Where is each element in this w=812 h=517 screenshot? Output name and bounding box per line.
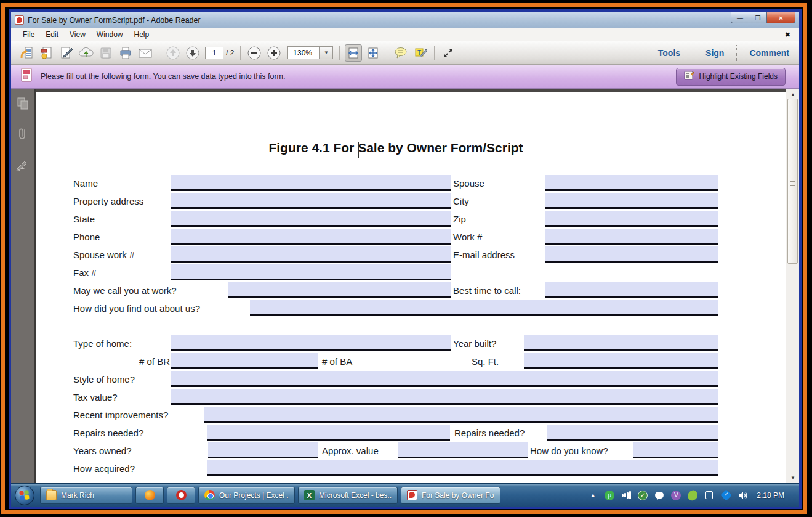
taskbar-item-firefox[interactable] (135, 487, 164, 504)
next-page-icon[interactable] (185, 45, 201, 61)
taskbar-item-excel[interactable]: X Microsoft Excel - bes... (298, 487, 398, 504)
fullscreen-icon[interactable] (440, 44, 457, 62)
minimize-button[interactable]: — (731, 12, 749, 23)
property-address-field[interactable] (171, 193, 451, 209)
approx-value-field[interactable] (398, 442, 528, 458)
scroll-down-icon[interactable]: ▼ (786, 472, 800, 483)
zip-label: Zip (453, 211, 466, 227)
repairs-needed-field[interactable] (207, 425, 450, 441)
open-file-icon[interactable] (19, 45, 35, 61)
form-document-icon (20, 67, 33, 86)
fit-width-button[interactable] (345, 44, 362, 62)
recent-improvements-field[interactable] (204, 407, 718, 423)
close-document-icon[interactable]: ✖ (785, 31, 793, 39)
previous-page-icon[interactable] (165, 45, 181, 61)
dropbox-icon[interactable] (721, 491, 731, 500)
navigation-sidebar (11, 89, 36, 483)
work-number-label: Work # (453, 229, 482, 245)
utorrent-icon[interactable]: µ (605, 491, 614, 500)
window-controls: — ❐ ✕ (731, 12, 795, 23)
attachments-paperclip-icon[interactable] (15, 127, 30, 142)
tax-value-field[interactable] (171, 389, 718, 405)
taskbar-item-adobe-reader[interactable]: For Sale by Owner Fo... (401, 487, 500, 504)
plugin-plug-icon[interactable] (704, 491, 714, 500)
how-acquired-field[interactable] (207, 460, 718, 476)
zip-field[interactable] (545, 211, 718, 227)
zoom-level-value[interactable]: 130% (287, 46, 320, 59)
bathrooms-label: # of BA (322, 353, 352, 369)
style-of-home-field[interactable] (171, 371, 718, 387)
viber-icon[interactable]: V (671, 491, 681, 500)
sign-document-icon[interactable] (58, 45, 74, 61)
taskbar-clock[interactable]: 2:18 PM (754, 491, 790, 500)
call-at-work-field[interactable] (228, 282, 451, 298)
fax-field[interactable] (171, 264, 451, 280)
vertical-scrollbar[interactable]: ▲ ▼ (786, 89, 799, 483)
save-icon[interactable] (98, 45, 114, 61)
green-app-icon[interactable] (686, 489, 699, 502)
bedrooms-field[interactable] (171, 353, 318, 369)
menu-edit[interactable]: Edit (40, 30, 64, 39)
spouse-work-field[interactable] (171, 246, 451, 263)
repairs-needed-label: Repairs needed? (73, 425, 143, 441)
repairs-needed-2-field[interactable] (547, 425, 718, 441)
toolbar-separator (240, 46, 241, 60)
bedrooms-label: # of BR (110, 353, 170, 369)
best-time-field[interactable] (545, 282, 718, 298)
email-field[interactable] (545, 246, 718, 263)
page-number-input[interactable]: 1 (205, 47, 223, 59)
scrollbar-thumb[interactable] (787, 99, 798, 264)
tools-panel-button[interactable]: Tools (646, 48, 693, 58)
zoom-dropdown-icon[interactable]: ▼ (320, 46, 333, 59)
create-pdf-icon[interactable] (39, 45, 55, 61)
volume-icon[interactable] (738, 491, 747, 500)
network-signal-icon[interactable] (621, 491, 631, 500)
security-check-icon[interactable]: ✓ (638, 491, 648, 500)
year-built-label: Year built? (453, 335, 496, 351)
taskbar-item-opera[interactable] (167, 487, 195, 504)
phone-field[interactable] (171, 229, 451, 245)
zoom-out-icon[interactable] (246, 45, 262, 61)
type-of-home-field[interactable] (171, 335, 451, 351)
start-button[interactable] (15, 486, 34, 505)
highlight-existing-fields-button[interactable]: Highlight Existing Fields (676, 68, 786, 86)
name-field[interactable] (171, 175, 451, 191)
print-icon[interactable] (118, 45, 134, 61)
email-icon[interactable] (137, 45, 153, 61)
year-built-field[interactable] (524, 335, 718, 351)
comment-panel-button[interactable]: Comment (737, 48, 793, 58)
zoom-in-icon[interactable] (266, 45, 282, 61)
menu-view[interactable]: View (64, 30, 91, 39)
highlight-text-icon[interactable]: T (412, 45, 428, 61)
tray-expand-icon[interactable]: ▲ (588, 491, 598, 500)
state-field[interactable] (171, 211, 451, 227)
desktop-screen: For Sale by Owner FormScript.pdf - Adobe… (9, 9, 802, 509)
work-number-field[interactable] (545, 229, 718, 245)
taskbar-item-mark-rich[interactable]: Mark Rich (40, 487, 132, 504)
taskbar-item-chrome[interactable]: Our Projects | Excel ... (198, 487, 295, 504)
menu-file[interactable]: File (17, 30, 40, 39)
how-know-field[interactable] (633, 442, 718, 458)
page-thumbnails-icon[interactable] (15, 96, 30, 111)
city-field[interactable] (545, 193, 718, 209)
comment-bubble-icon[interactable] (393, 45, 409, 61)
how-found-field[interactable] (250, 300, 718, 316)
close-button[interactable]: ✕ (767, 12, 795, 23)
sqft-field[interactable] (524, 353, 718, 369)
name-label: Name (73, 175, 98, 191)
spouse-field[interactable] (545, 175, 718, 191)
restore-button[interactable]: ❐ (749, 12, 767, 23)
menu-help[interactable]: Help (129, 30, 155, 39)
menu-window[interactable]: Window (91, 30, 129, 39)
state-label: State (73, 211, 95, 227)
cloud-upload-icon[interactable] (78, 45, 94, 61)
fit-page-button[interactable] (364, 44, 382, 62)
toolbar-separator (339, 46, 340, 60)
messenger-bubble-icon[interactable] (654, 491, 664, 500)
toolbar: 1 / 2 130% ▼ (11, 41, 799, 65)
text-caret (358, 142, 359, 158)
signature-pen-icon[interactable] (15, 158, 30, 173)
sign-panel-button[interactable]: Sign (693, 48, 736, 58)
years-owned-field[interactable] (208, 442, 318, 458)
phone-label: Phone (73, 229, 100, 245)
